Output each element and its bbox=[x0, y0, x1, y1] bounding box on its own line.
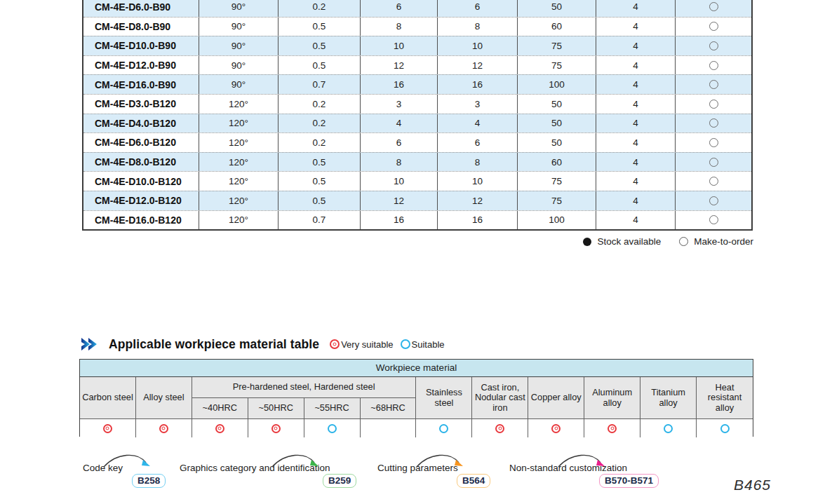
point-angle-cell: 120° bbox=[199, 153, 279, 172]
value-cell: 8 bbox=[361, 18, 438, 36]
column-group-hardened-steel: Pre-hardened steel, Hardened steel bbox=[192, 377, 417, 398]
point-angle-cell: 90° bbox=[199, 18, 279, 36]
model-cell: CM-4E-D8.0-B120 bbox=[83, 153, 199, 172]
curved-arrow-icon bbox=[101, 450, 157, 474]
value-cell: 4 bbox=[596, 114, 676, 133]
value-cell: 0.7 bbox=[279, 211, 361, 230]
catalog-row: CM-4E-D6.0-B9090°0.266504 bbox=[83, 0, 751, 17]
make-to-order-symbol bbox=[709, 177, 718, 186]
make-to-order-symbol bbox=[709, 2, 718, 11]
catalog-table-body: CM-4E-D6.0-B9090°0.266504CM-4E-D8.0-B909… bbox=[83, 0, 751, 229]
curved-arrow-icon bbox=[556, 450, 612, 474]
catalog-row: CM-4E-D6.0-B120120°0.266504 bbox=[83, 132, 751, 152]
value-cell: 16 bbox=[438, 75, 518, 94]
value-cell: 10 bbox=[361, 172, 438, 191]
suitable-icon bbox=[720, 424, 730, 433]
value-cell: 75 bbox=[518, 172, 596, 191]
value-cell: 4 bbox=[596, 36, 676, 55]
column-header-carbon-steel: Carbon steel bbox=[80, 377, 136, 419]
double-chevron-icon bbox=[81, 336, 102, 352]
column-header-stainless-steel: Stainless steel bbox=[416, 377, 472, 419]
value-cell: 3 bbox=[438, 95, 518, 114]
suitability-legend: Very suitable Suitable bbox=[330, 339, 444, 350]
stock-cell bbox=[676, 211, 751, 230]
value-cell: 0.2 bbox=[279, 133, 361, 152]
point-angle-cell: 120° bbox=[199, 191, 279, 210]
stock-cell bbox=[676, 133, 751, 152]
very-suitable-legend-item: Very suitable bbox=[330, 339, 393, 350]
column-header-50hrc: ~50HRC bbox=[248, 398, 304, 419]
stock-cell bbox=[676, 153, 751, 172]
make-to-order-symbol bbox=[709, 158, 718, 167]
model-cell: CM-4E-D12.0-B90 bbox=[83, 56, 199, 75]
very-suitable-icon bbox=[551, 424, 561, 433]
column-header-55hrc: ~55HRC bbox=[304, 398, 361, 419]
value-cell: 12 bbox=[361, 191, 438, 210]
stock-cell bbox=[676, 0, 751, 17]
value-cell: 12 bbox=[361, 56, 438, 75]
make-to-order-symbol bbox=[709, 80, 718, 89]
material-section-heading: Applicable workpiece material table Very… bbox=[81, 336, 445, 353]
point-angle-cell: 90° bbox=[199, 36, 279, 55]
value-cell: 0.5 bbox=[279, 153, 361, 172]
rating-cell bbox=[248, 419, 304, 437]
page-reference-badge: B258 bbox=[132, 474, 166, 488]
rating-cell bbox=[640, 419, 697, 437]
value-cell: 4 bbox=[596, 18, 676, 36]
value-cell: 4 bbox=[596, 56, 676, 75]
value-cell: 4 bbox=[361, 114, 438, 133]
make-to-order-symbol bbox=[709, 22, 718, 31]
catalog-row: CM-4E-D16.0-B9090°0.716161004 bbox=[83, 74, 751, 94]
value-cell: 12 bbox=[438, 191, 518, 210]
suitable-legend-item: Suitable bbox=[401, 339, 445, 350]
page-reference-badge: B259 bbox=[323, 474, 356, 488]
column-header-alloy-steel: Alloy steel bbox=[136, 377, 192, 419]
catalog-row: CM-4E-D10.0-B9090°0.51010754 bbox=[83, 36, 751, 55]
column-header-aluminum-alloy: Aluminum alloy bbox=[584, 377, 640, 419]
rating-cell bbox=[80, 419, 136, 437]
column-header-cast-iron: Cast iron, Nodular cast iron bbox=[472, 377, 528, 419]
value-cell: 75 bbox=[518, 191, 596, 210]
very-suitable-label: Very suitable bbox=[341, 339, 393, 350]
point-angle-cell: 120° bbox=[199, 211, 279, 230]
value-cell: 8 bbox=[438, 153, 518, 172]
value-cell: 0.5 bbox=[279, 191, 361, 210]
make-to-order-symbol bbox=[709, 215, 718, 224]
value-cell: 4 bbox=[596, 191, 676, 210]
suitable-icon bbox=[328, 424, 337, 433]
value-cell: 4 bbox=[596, 133, 676, 152]
model-cell: CM-4E-D16.0-B120 bbox=[83, 211, 199, 230]
value-cell: 12 bbox=[438, 56, 518, 75]
stock-cell bbox=[676, 56, 751, 75]
model-cell: CM-4E-D6.0-B120 bbox=[83, 133, 199, 152]
material-section-title: Applicable workpiece material table bbox=[109, 337, 319, 352]
value-cell: 0.5 bbox=[279, 36, 361, 55]
value-cell: 75 bbox=[518, 36, 596, 55]
value-cell: 4 bbox=[596, 75, 676, 94]
value-cell: 4 bbox=[596, 0, 676, 17]
very-suitable-icon bbox=[330, 339, 340, 349]
model-cell: CM-4E-D6.0-B90 bbox=[83, 0, 199, 17]
value-cell: 10 bbox=[438, 172, 518, 191]
stock-cell bbox=[676, 191, 751, 210]
curved-arrow-icon bbox=[414, 450, 470, 474]
point-angle-cell: 120° bbox=[199, 114, 279, 133]
value-cell: 100 bbox=[518, 75, 596, 94]
catalog-row: CM-4E-D8.0-B9090°0.588604 bbox=[83, 17, 751, 36]
suitable-label: Suitable bbox=[412, 339, 445, 350]
value-cell: 0.2 bbox=[279, 114, 361, 133]
catalog-row: CM-4E-D10.0-B120120°0.51010754 bbox=[83, 171, 751, 191]
value-cell: 8 bbox=[438, 18, 518, 36]
model-cell: CM-4E-D8.0-B90 bbox=[83, 18, 199, 36]
value-cell: 4 bbox=[596, 211, 676, 230]
value-cell: 3 bbox=[361, 95, 438, 114]
point-angle-cell: 90° bbox=[199, 0, 279, 17]
value-cell: 4 bbox=[596, 153, 676, 172]
make-to-order-label: Make-to-order bbox=[694, 236, 753, 247]
suitable-icon bbox=[401, 339, 410, 349]
catalog-row: CM-4E-D8.0-B120120°0.588604 bbox=[83, 152, 751, 172]
value-cell: 100 bbox=[518, 211, 596, 230]
rating-cell bbox=[528, 419, 584, 437]
workpiece-material-header: Workpiece material bbox=[80, 360, 753, 377]
catalog-row: CM-4E-D12.0-B9090°0.51212754 bbox=[83, 55, 751, 75]
